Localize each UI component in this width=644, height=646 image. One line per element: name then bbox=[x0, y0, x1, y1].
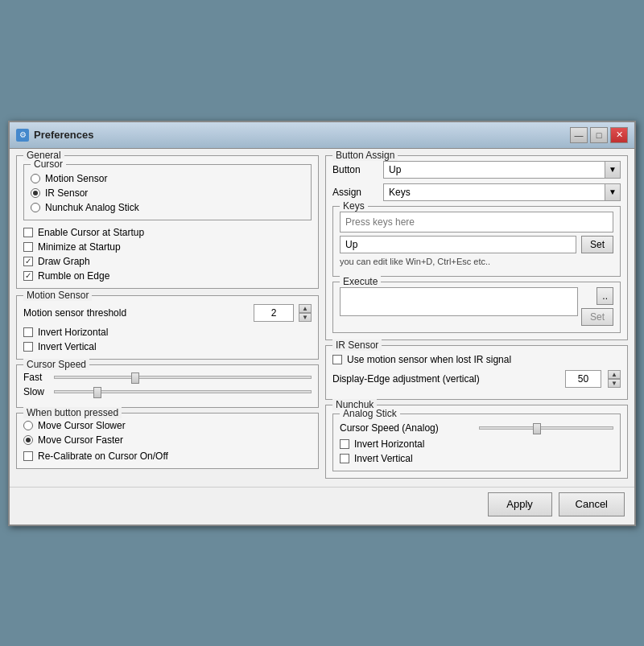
invert-v-checkbox[interactable] bbox=[23, 342, 33, 352]
move-cursor-slower-item[interactable]: Move Cursor Slower bbox=[23, 420, 312, 431]
invert-v-item[interactable]: Invert Vertical bbox=[23, 341, 312, 352]
execute-area: .. Set bbox=[340, 287, 613, 326]
use-motion-sensor-label: Use motion sensor when lost IR signal bbox=[347, 354, 511, 365]
app-icon: ⚙ bbox=[16, 129, 29, 142]
cursor-motion-sensor-radio[interactable] bbox=[31, 174, 40, 183]
ir-sensor-title: IR Sensor bbox=[332, 339, 382, 351]
footer: Apply Cancel bbox=[10, 487, 634, 525]
button-assign-group: Button Assign Button Up ▼ Assign Keys ▼ bbox=[325, 155, 628, 340]
analog-invert-h-label: Invert Horizontal bbox=[354, 438, 424, 450]
minimize-button[interactable]: — bbox=[570, 127, 588, 143]
cursor-motion-sensor[interactable]: Motion Sensor bbox=[31, 173, 304, 184]
execute-set-button[interactable]: Set bbox=[581, 308, 613, 326]
assign-row: Assign Keys ▼ bbox=[332, 183, 621, 201]
window-title: Preferences bbox=[34, 129, 93, 141]
threshold-up-btn[interactable]: ▲ bbox=[299, 304, 312, 313]
analog-invert-v-checkbox[interactable] bbox=[340, 454, 349, 463]
threshold-down-btn[interactable]: ▼ bbox=[299, 313, 312, 322]
cursor-nunchuk[interactable]: Nunchuk Analog Stick bbox=[31, 202, 304, 213]
press-keys-input[interactable] bbox=[340, 212, 613, 232]
invert-h-item[interactable]: Invert Horizontal bbox=[23, 327, 312, 338]
keys-set-button[interactable]: Set bbox=[581, 236, 613, 253]
right-panel: Button Assign Button Up ▼ Assign Keys ▼ bbox=[325, 155, 628, 479]
cancel-button[interactable]: Cancel bbox=[559, 492, 625, 516]
motion-sensor-group: Motion Sensor Motion sensor threshold ▲ … bbox=[16, 295, 319, 360]
analog-invert-v-label: Invert Vertical bbox=[354, 453, 413, 464]
enable-cursor-checkbox-item[interactable]: Enable Cursor at Startup bbox=[23, 227, 312, 238]
analog-stick-group: Analog Stick Cursor Speed (Analog) Inver… bbox=[332, 414, 621, 471]
minimize-startup-checkbox[interactable] bbox=[23, 242, 33, 252]
assign-select-wrapper: Keys ▼ bbox=[383, 183, 621, 201]
analog-speed-slider-thumb[interactable] bbox=[533, 423, 541, 434]
cursor-nunchuk-radio[interactable] bbox=[31, 203, 40, 212]
fast-label: Fast bbox=[23, 372, 47, 383]
maximize-button[interactable]: □ bbox=[590, 127, 608, 143]
cursor-group: Cursor Motion Sensor IR Sensor Nunchu bbox=[23, 164, 312, 220]
button-select-value[interactable]: Up bbox=[383, 161, 605, 179]
analog-stick-title: Analog Stick bbox=[340, 408, 400, 419]
minimize-startup-label: Minimize at Startup bbox=[38, 241, 121, 253]
display-edge-up-btn[interactable]: ▲ bbox=[608, 370, 621, 379]
fast-slider-thumb[interactable] bbox=[131, 372, 139, 384]
rumble-edge-checkbox-item[interactable]: Rumble on Edge bbox=[23, 270, 312, 282]
recalibrate-label: Re-Calibrate on Cursor On/Off bbox=[38, 451, 168, 462]
cursor-speed-title: Cursor Speed bbox=[23, 359, 89, 370]
button-assign-title: Button Assign bbox=[332, 150, 398, 161]
display-edge-down-btn[interactable]: ▼ bbox=[608, 379, 621, 388]
enable-cursor-label: Enable Cursor at Startup bbox=[38, 227, 144, 238]
threshold-spinner: ▲ ▼ bbox=[299, 304, 312, 322]
slow-slider-track bbox=[54, 390, 312, 393]
analog-speed-slider-track bbox=[479, 426, 613, 430]
recalibrate-checkbox[interactable] bbox=[23, 451, 33, 461]
motion-sensor-title: Motion Sensor bbox=[23, 290, 92, 301]
keys-group: Keys Set you can edit like Win+D, Ctrl+E… bbox=[332, 206, 621, 277]
use-motion-sensor-checkbox[interactable] bbox=[332, 355, 342, 364]
analog-invert-h-item[interactable]: Invert Horizontal bbox=[340, 438, 613, 450]
slow-speed-row: Slow bbox=[23, 386, 312, 397]
title-buttons: — □ ✕ bbox=[570, 127, 628, 143]
threshold-input[interactable] bbox=[254, 304, 294, 322]
display-edge-input[interactable] bbox=[565, 370, 601, 388]
key-value-input[interactable] bbox=[340, 236, 576, 253]
title-bar-left: ⚙ Preferences bbox=[16, 129, 93, 142]
assign-select-arrow[interactable]: ▼ bbox=[605, 183, 621, 201]
move-cursor-faster-item[interactable]: Move Cursor Faster bbox=[23, 434, 312, 446]
button-select-wrapper: Up ▼ bbox=[383, 161, 621, 179]
analog-invert-v-item[interactable]: Invert Vertical bbox=[340, 453, 613, 464]
invert-h-label: Invert Horizontal bbox=[38, 327, 108, 338]
assign-label: Assign bbox=[332, 187, 377, 198]
button-label: Button bbox=[332, 164, 377, 175]
analog-invert-h-checkbox[interactable] bbox=[340, 439, 349, 449]
when-button-radio-group: Move Cursor Slower Move Cursor Faster bbox=[23, 420, 312, 446]
button-select-arrow[interactable]: ▼ bbox=[605, 161, 621, 179]
preferences-window: ⚙ Preferences — □ ✕ General Cursor bbox=[8, 121, 636, 526]
draw-graph-checkbox[interactable] bbox=[23, 257, 33, 266]
execute-right: .. Set bbox=[581, 287, 613, 326]
display-edge-spinner: ▲ ▼ bbox=[608, 370, 621, 388]
recalibrate-item[interactable]: Re-Calibrate on Cursor On/Off bbox=[23, 451, 312, 462]
apply-button[interactable]: Apply bbox=[488, 492, 552, 516]
invert-h-checkbox[interactable] bbox=[23, 327, 33, 337]
assign-select-value[interactable]: Keys bbox=[383, 183, 605, 201]
draw-graph-label: Draw Graph bbox=[38, 256, 90, 267]
move-cursor-slower-radio[interactable] bbox=[23, 421, 33, 430]
cursor-ir-sensor[interactable]: IR Sensor bbox=[31, 187, 304, 199]
nunchuk-group: Nunchuk Analog Stick Cursor Speed (Analo… bbox=[325, 405, 628, 479]
close-button[interactable]: ✕ bbox=[610, 127, 628, 143]
cursor-title: Cursor bbox=[31, 158, 66, 170]
button-row: Button Up ▼ bbox=[332, 161, 621, 179]
execute-textarea[interactable] bbox=[340, 287, 578, 316]
use-motion-sensor-item[interactable]: Use motion sensor when lost IR signal bbox=[332, 354, 621, 365]
slow-slider-thumb[interactable] bbox=[93, 387, 101, 398]
execute-browse-button[interactable]: .. bbox=[597, 287, 613, 305]
draw-graph-checkbox-item[interactable]: Draw Graph bbox=[23, 256, 312, 267]
cursor-ir-sensor-radio[interactable] bbox=[31, 188, 40, 198]
rumble-edge-checkbox[interactable] bbox=[23, 271, 33, 281]
enable-cursor-checkbox[interactable] bbox=[23, 228, 33, 237]
slow-label: Slow bbox=[23, 386, 47, 397]
move-cursor-faster-radio[interactable] bbox=[23, 435, 33, 445]
fast-speed-row: Fast bbox=[23, 372, 312, 383]
invert-v-label: Invert Vertical bbox=[38, 341, 97, 352]
minimize-startup-checkbox-item[interactable]: Minimize at Startup bbox=[23, 241, 312, 253]
fast-slider-track bbox=[54, 376, 312, 379]
